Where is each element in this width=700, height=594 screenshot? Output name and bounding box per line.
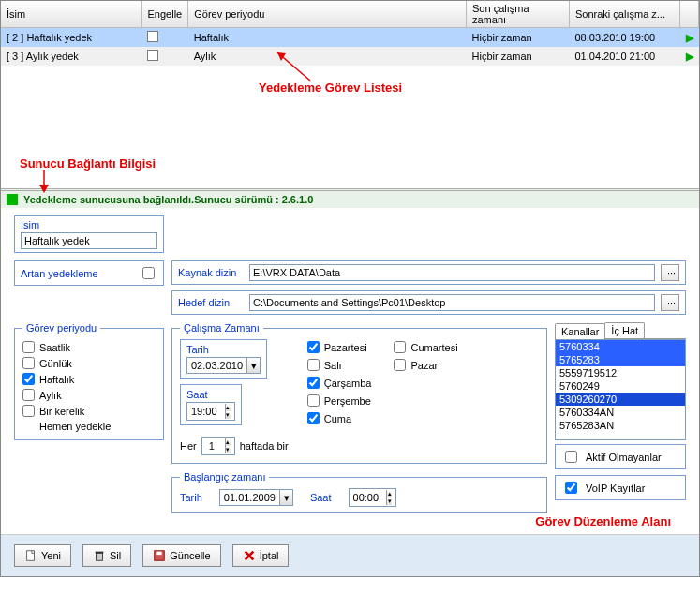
day-sun-label: Pazar bbox=[410, 360, 438, 371]
cell-period: Haftalık bbox=[188, 28, 467, 48]
table-row[interactable]: [ 2 ] Haftalık yedek Haftalık Hiçbir zam… bbox=[1, 28, 699, 48]
table-row[interactable]: [ 3 ] Aylık yedek Aylık Hiçbir zaman 01.… bbox=[1, 47, 699, 66]
list-item[interactable]: 5760249 bbox=[556, 379, 685, 393]
day-sun-checkbox[interactable] bbox=[394, 359, 406, 371]
day-sat-checkbox[interactable] bbox=[394, 341, 406, 353]
list-item[interactable]: 5765283AN bbox=[556, 419, 685, 432]
day-mon-label: Pazartesi bbox=[324, 342, 367, 353]
chevron-down-icon[interactable]: ▾ bbox=[279, 490, 292, 505]
day-mon-checkbox[interactable] bbox=[307, 341, 320, 353]
annotation-list: Yedekleme Görev Listesi bbox=[259, 81, 402, 95]
start-date-picker[interactable]: 01.01.2009 ▾ bbox=[219, 489, 293, 506]
svg-rect-6 bbox=[96, 552, 104, 554]
day-tue-checkbox[interactable] bbox=[307, 359, 320, 371]
svg-marker-1 bbox=[277, 52, 286, 61]
time-value: 19:00 bbox=[187, 405, 221, 418]
cell-disable[interactable] bbox=[141, 28, 188, 48]
daily-label: Günlük bbox=[39, 358, 72, 369]
once-label: Bir kerelik bbox=[39, 406, 84, 417]
start-date-value: 01.01.2009 bbox=[220, 491, 279, 504]
run-icon[interactable]: ▶ bbox=[680, 47, 699, 66]
list-item[interactable]: 5760334AN bbox=[556, 406, 685, 419]
spin-up-icon[interactable]: ▴ bbox=[386, 490, 392, 497]
source-dir-input[interactable] bbox=[249, 264, 655, 281]
incremental-checkbox[interactable] bbox=[142, 267, 155, 279]
col-name[interactable]: İsim bbox=[1, 1, 141, 28]
hourly-checkbox[interactable] bbox=[22, 341, 35, 353]
date-label: Tarih bbox=[186, 344, 261, 355]
target-label: Hedef dizin bbox=[178, 297, 244, 308]
target-dir-input[interactable] bbox=[249, 294, 655, 311]
svg-marker-3 bbox=[39, 185, 49, 193]
cancel-button-label: İptal bbox=[260, 550, 279, 561]
col-last[interactable]: Son çalışma zamanı bbox=[467, 1, 570, 28]
new-button-label: Yeni bbox=[41, 550, 61, 561]
col-next[interactable]: Sonraki çalışma z... bbox=[570, 1, 680, 28]
delete-button[interactable]: Sil bbox=[82, 544, 131, 567]
incremental-label: Artan yedekleme bbox=[21, 268, 98, 279]
every-value: 1 bbox=[202, 439, 221, 453]
spin-up-icon[interactable]: ▴ bbox=[225, 438, 231, 446]
period-group: Görev periyodu Saatlik Günlük Haftalık A… bbox=[14, 322, 164, 440]
spin-down-icon[interactable]: ▾ bbox=[225, 411, 231, 419]
name-label: İsim bbox=[21, 219, 157, 230]
start-legend: Başlangıç zamanı bbox=[180, 471, 269, 483]
new-button[interactable]: Yeni bbox=[14, 544, 71, 567]
run-icon[interactable]: ▶ bbox=[680, 28, 699, 48]
channel-list[interactable]: 5760334 5765283 5559719512 5760249 53092… bbox=[555, 339, 686, 440]
inactive-label: Aktif Olmayanlar bbox=[586, 452, 662, 463]
task-list[interactable]: İsim Engelle Görev periyodu Son çalışma … bbox=[1, 1, 699, 66]
time-picker[interactable]: 19:00 ▴▾ bbox=[186, 402, 235, 421]
inactive-checkbox[interactable] bbox=[565, 451, 577, 463]
monthly-checkbox[interactable] bbox=[22, 389, 35, 401]
spin-down-icon[interactable]: ▾ bbox=[386, 497, 392, 505]
list-item[interactable]: 5309260270 bbox=[556, 393, 685, 406]
list-item[interactable]: 5765283 bbox=[556, 353, 685, 366]
daily-checkbox[interactable] bbox=[22, 357, 35, 369]
day-fri-label: Cuma bbox=[324, 413, 351, 424]
tab-channels[interactable]: Kanallar bbox=[555, 323, 605, 339]
day-fri-checkbox[interactable] bbox=[307, 412, 320, 424]
tab-internal[interactable]: İç Hat bbox=[604, 322, 645, 338]
list-item[interactable]: 5760334 bbox=[556, 340, 685, 353]
day-sat-label: Cumartesi bbox=[410, 342, 457, 353]
day-wed-checkbox[interactable] bbox=[307, 377, 320, 389]
col-disable[interactable]: Engelle bbox=[141, 1, 188, 28]
update-button[interactable]: Güncelle bbox=[142, 544, 220, 567]
start-time-value: 00:00 bbox=[350, 491, 383, 504]
start-time-picker[interactable]: 00:00 ▴▾ bbox=[349, 488, 397, 507]
col-period[interactable]: Görev periyodu bbox=[188, 1, 467, 28]
weekly-checkbox[interactable] bbox=[22, 373, 35, 385]
day-thu-checkbox[interactable] bbox=[307, 394, 320, 407]
date-picker[interactable]: 02.03.2010 ▾ bbox=[186, 357, 261, 374]
voip-checkbox[interactable] bbox=[565, 482, 577, 494]
day-tue-label: Salı bbox=[324, 360, 342, 371]
cancel-button[interactable]: İptal bbox=[232, 544, 290, 567]
spin-down-icon[interactable]: ▾ bbox=[225, 446, 231, 453]
browse-source-button[interactable]: ··· bbox=[661, 264, 679, 281]
svg-rect-4 bbox=[27, 551, 35, 561]
voip-label: VoIP Kayıtlar bbox=[586, 483, 645, 494]
cell-name: [ 2 ] Haftalık yedek bbox=[1, 28, 141, 48]
annotation-arrow bbox=[273, 48, 320, 85]
annotation-conn: Sunucu Bağlantı Bilgisi bbox=[20, 156, 156, 171]
annotation-arrow bbox=[35, 170, 53, 193]
every-stepper[interactable]: 1 ▴▾ bbox=[201, 437, 235, 455]
chevron-down-icon[interactable]: ▾ bbox=[246, 358, 260, 373]
once-checkbox[interactable] bbox=[22, 405, 35, 417]
trash-icon bbox=[93, 549, 106, 562]
start-time-group: Başlangıç zamanı Tarih 01.01.2009 ▾ Saat… bbox=[171, 471, 547, 513]
delete-button-label: Sil bbox=[110, 550, 121, 561]
browse-target-button[interactable]: ··· bbox=[661, 294, 679, 311]
backup-now-label[interactable]: Hemen yedekle bbox=[39, 421, 111, 432]
cell-next: 01.04.2010 21:00 bbox=[570, 47, 680, 66]
start-date-label: Tarih bbox=[180, 492, 202, 503]
svg-rect-5 bbox=[97, 553, 103, 560]
status-text: Yedekleme sunucusuna bağlanıldı.Sunucu s… bbox=[23, 194, 313, 205]
weeks-label: haftada bir bbox=[240, 440, 289, 452]
col-run bbox=[680, 1, 699, 28]
cell-disable[interactable] bbox=[141, 47, 188, 66]
spin-up-icon[interactable]: ▴ bbox=[225, 404, 231, 411]
list-item[interactable]: 5559719512 bbox=[556, 366, 685, 379]
task-name-input[interactable] bbox=[21, 232, 157, 249]
